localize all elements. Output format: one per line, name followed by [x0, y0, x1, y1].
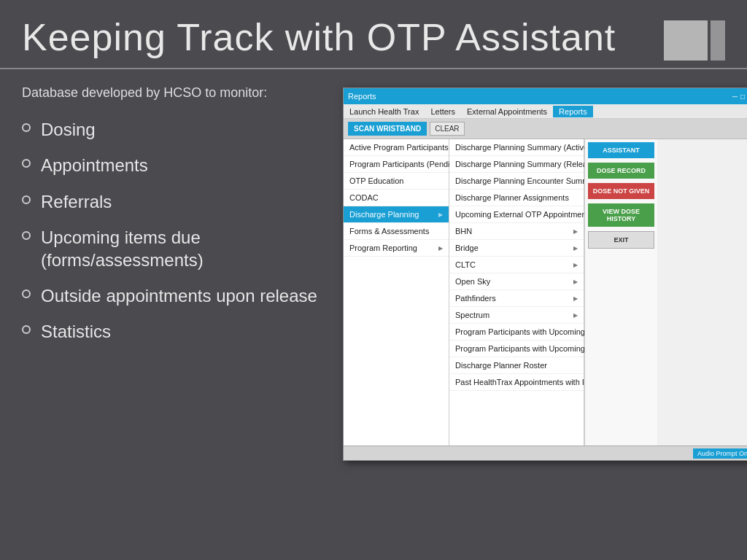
- app-window: Reports ─ □ ✕ Launch Health Trax Letters…: [343, 88, 747, 461]
- col1-item[interactable]: Program Participants (Pending Medication…: [344, 156, 449, 173]
- col1-item[interactable]: Active Program Participants (On Medicati…: [344, 139, 449, 156]
- panel-btn-assistant[interactable]: ASSISTANT: [588, 142, 654, 158]
- col2-item[interactable]: Bridge: [449, 240, 584, 257]
- right-panel: ASSISTANTDOSE RECORDDOSE NOT GIVENVIEW D…: [584, 139, 657, 446]
- app-statusbar: Audio Prompt On: [344, 446, 747, 460]
- menu-letters[interactable]: Letters: [425, 106, 461, 117]
- col2-item[interactable]: Pathfinders: [449, 290, 584, 307]
- bullet-item-referrals: Referrals: [22, 190, 328, 213]
- title-decoration: [664, 20, 725, 61]
- bullet-text: Upcoming items due (forms/assessments): [41, 226, 328, 271]
- bullet-item-dosing: Dosing: [22, 118, 328, 141]
- bullet-list: DosingAppointmentsReferralsUpcoming item…: [22, 118, 328, 343]
- bullet-item-outside-appointments: Outside appointments upon release: [22, 284, 328, 307]
- app-titlebar-left: Reports: [348, 92, 376, 101]
- panel-btn-exit[interactable]: EXIT: [588, 231, 654, 249]
- bullet-text: Statistics: [41, 320, 111, 343]
- clear-btn[interactable]: CLEAR: [430, 122, 464, 136]
- menu-external[interactable]: External Appointments: [461, 106, 553, 117]
- bullet-circle: [22, 159, 31, 168]
- menu-launch[interactable]: Launch Health Trax: [344, 106, 425, 117]
- col2-item[interactable]: Discharge Planning Summary (Active): [449, 139, 584, 156]
- bullet-text: Dosing: [41, 118, 96, 141]
- col1-item[interactable]: Discharge Planning: [344, 206, 449, 223]
- content-area: Database developed by HCSO to monitor: D…: [0, 69, 747, 560]
- bullet-text: Referrals: [41, 190, 112, 213]
- col2-item[interactable]: Discharge Planner Roster: [449, 357, 584, 374]
- col2-item[interactable]: Program Participants with Upcoming Court…: [449, 324, 584, 341]
- bullet-text: Outside appointments upon release: [41, 284, 317, 307]
- bullet-circle: [22, 123, 31, 132]
- col1-item[interactable]: Forms & Assessments: [344, 223, 449, 240]
- app-title: Reports: [348, 92, 376, 101]
- app-toolbar: SCAN WRISTBAND CLEAR: [344, 119, 747, 139]
- col2-item[interactable]: Discharge Planning Summary (Released): [449, 156, 584, 173]
- title-bar: Keeping Track with OTP Assistant: [0, 0, 747, 68]
- col2-item[interactable]: CLTC: [449, 257, 584, 273]
- window-controls: ─ □ ✕: [732, 93, 747, 101]
- scan-wristband-btn[interactable]: SCAN WRISTBAND: [348, 122, 427, 136]
- col2-item[interactable]: Spectrum: [449, 307, 584, 324]
- slide: Keeping Track with OTP Assistant Databas…: [0, 0, 747, 560]
- bullet-item-statistics: Statistics: [22, 320, 328, 343]
- col1-item[interactable]: OTP Education: [344, 173, 449, 190]
- panel-btn-view-dose-history[interactable]: VIEW DOSE HISTORY: [588, 203, 654, 227]
- bullet-circle: [22, 195, 31, 204]
- col2-item[interactable]: Past HealthTrax Appointments with Invali…: [449, 374, 584, 391]
- dropdown-col1: Active Program Participants (On Medicati…: [344, 139, 449, 446]
- bullet-circle: [22, 325, 31, 334]
- col1-item[interactable]: Program Reporting: [344, 240, 449, 257]
- left-content: Database developed by HCSO to monitor: D…: [22, 84, 328, 545]
- right-content: Reports ─ □ ✕ Launch Health Trax Letters…: [343, 84, 747, 545]
- menu-reports[interactable]: Reports: [553, 106, 593, 117]
- app-menu: Launch Health Trax Letters External Appo…: [344, 104, 747, 119]
- audio-prompt-btn[interactable]: Audio Prompt On: [693, 448, 747, 459]
- col2-item[interactable]: Discharge Planner Assignments: [449, 190, 584, 206]
- bullet-text: Appointments: [41, 154, 148, 176]
- col2-item[interactable]: BHN: [449, 223, 584, 240]
- app-main: Active Program Participants (On Medicati…: [344, 139, 747, 446]
- deco-rect-small: [711, 20, 725, 61]
- app-titlebar: Reports ─ □ ✕: [344, 88, 747, 104]
- col2-item[interactable]: Open Sky: [449, 273, 584, 290]
- bullet-item-appointments: Appointments: [22, 154, 328, 176]
- col1-item[interactable]: CODAC: [344, 190, 449, 206]
- bullet-circle: [22, 289, 31, 298]
- bullet-circle: [22, 231, 31, 240]
- restore-btn[interactable]: □: [740, 93, 745, 101]
- col2-item[interactable]: Program Participants with Upcoming Outda…: [449, 341, 584, 357]
- col2-item[interactable]: Upcoming External OTP Appointments: [449, 206, 584, 223]
- bullet-item-upcoming-items: Upcoming items due (forms/assessments): [22, 226, 328, 271]
- panel-btn-dose-record[interactable]: DOSE RECORD: [588, 163, 654, 179]
- panel-btn-dose-not-given[interactable]: DOSE NOT GIVEN: [588, 183, 654, 199]
- dropdown-col2: Discharge Planning Summary (Active)Disch…: [449, 139, 584, 446]
- col2-item[interactable]: Discharge Planning Encounter Summary: [449, 173, 584, 190]
- intro-text: Database developed by HCSO to monitor:: [22, 84, 328, 102]
- minimize-btn[interactable]: ─: [732, 93, 738, 101]
- deco-rect-large: [664, 20, 708, 61]
- slide-title: Keeping Track with OTP Assistant: [22, 15, 616, 59]
